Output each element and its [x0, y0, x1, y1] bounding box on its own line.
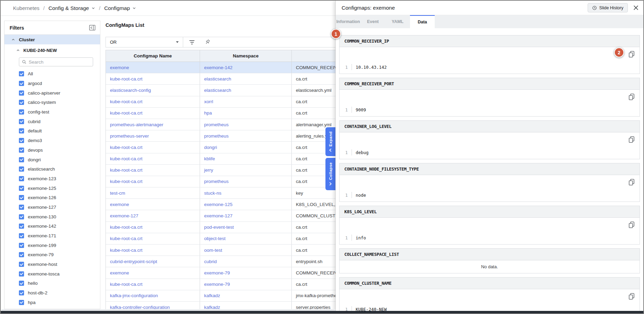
cell-configmap-name[interactable]: exemone-127 [106, 210, 200, 221]
namespace-filter-item[interactable]: exemone-199 [4, 240, 100, 250]
copy-icon[interactable] [628, 178, 635, 186]
namespace-filter-item[interactable]: hello [4, 279, 100, 288]
checkbox-checked-icon[interactable] [19, 233, 24, 238]
checkbox-checked-icon[interactable] [19, 300, 24, 305]
cell-configmap-name[interactable]: kube-root-ca.crt [106, 96, 200, 107]
cell-namespace[interactable]: jerry [200, 165, 291, 176]
cell-namespace[interactable]: stuck-ns [200, 187, 291, 198]
namespace-filter-item[interactable]: config-test [4, 107, 100, 117]
cell-namespace[interactable]: exemone-125 [200, 199, 291, 210]
cell-configmap-name[interactable]: exemone [106, 199, 200, 210]
cell-configmap-name[interactable]: kube-root-ca.crt [106, 233, 200, 244]
checkbox-checked-icon[interactable] [19, 243, 24, 248]
cell-configmap-name[interactable]: kube-root-ca.crt [106, 245, 200, 256]
checkbox-checked-icon[interactable] [19, 262, 24, 267]
namespace-filter-item[interactable]: calico-apiserver [4, 88, 100, 98]
namespace-filter-item[interactable]: devops [4, 145, 100, 155]
namespace-filter-item[interactable]: default [4, 126, 100, 136]
checkbox-checked-icon[interactable] [19, 138, 24, 143]
checkbox-checked-icon[interactable] [19, 166, 24, 172]
namespace-filter-item[interactable]: exemone-79 [4, 250, 100, 260]
checkbox-checked-icon[interactable] [19, 271, 24, 277]
namespace-filter-item[interactable]: calico-system [4, 98, 100, 107]
checkbox-checked-icon[interactable] [19, 157, 24, 162]
checkbox-checked-icon[interactable] [19, 81, 24, 86]
cell-configmap-name[interactable]: exemone [106, 267, 200, 278]
namespace-filter-item[interactable]: All [4, 69, 100, 79]
cell-configmap-name[interactable]: kafka-controller-configuration [106, 302, 200, 309]
checkbox-checked-icon[interactable] [19, 290, 24, 295]
namespace-filter-item[interactable]: demo3 [4, 136, 100, 145]
cell-namespace[interactable]: prometheus [200, 130, 291, 141]
cell-namespace[interactable]: object-test [200, 233, 291, 244]
cell-configmap-name[interactable]: cubrid-entrypoint-script [106, 256, 200, 267]
filter-group-cluster[interactable]: Cluster [4, 35, 100, 44]
namespace-filter-item[interactable]: exemone-171 [4, 231, 100, 241]
cell-configmap-name[interactable]: kube-root-ca.crt [106, 142, 200, 153]
checkbox-checked-icon[interactable] [19, 214, 24, 219]
namespace-filter-item[interactable]: exemone-host [4, 260, 100, 269]
namespace-filter-item[interactable]: exemone-125 [4, 183, 100, 193]
cell-configmap-name[interactable]: kube-root-ca.crt [106, 73, 200, 84]
namespace-filter-item[interactable]: dongri [4, 155, 100, 164]
cell-configmap-name[interactable]: kube-root-ca.crt [106, 222, 200, 233]
copy-icon[interactable] [628, 51, 635, 58]
cell-namespace[interactable]: pod-event-test [200, 222, 291, 233]
namespace-filter-item[interactable]: argocd [4, 79, 100, 88]
copy-icon[interactable] [628, 136, 635, 143]
copy-icon[interactable] [628, 293, 635, 300]
checkbox-checked-icon[interactable] [19, 281, 24, 286]
checkbox-checked-icon[interactable] [19, 176, 24, 181]
cell-namespace[interactable]: exemone-79 [200, 267, 291, 278]
namespace-filter-item[interactable]: elasticsearch [4, 164, 100, 174]
collapse-panel-icon[interactable] [89, 25, 96, 31]
cell-namespace[interactable]: prometheus [200, 176, 291, 187]
checkbox-checked-icon[interactable] [19, 195, 24, 200]
cell-namespace[interactable]: kblife [200, 153, 291, 164]
namespace-filter-item[interactable]: host-db-2 [4, 288, 100, 298]
cell-configmap-name[interactable]: kube-root-ca.crt [106, 165, 200, 176]
cell-configmap-name[interactable]: prometheus-alertmanager [106, 119, 200, 130]
cell-namespace[interactable]: elasticsearch [200, 85, 291, 96]
filter-icon[interactable] [189, 40, 195, 44]
namespace-filter-item[interactable]: exemone-126 [4, 193, 100, 203]
checkbox-checked-icon[interactable] [19, 128, 24, 133]
cell-namespace[interactable]: elasticsearch [200, 73, 291, 84]
cell-configmap-name[interactable]: kube-root-ca.crt [106, 176, 200, 187]
cell-namespace[interactable]: prometheus [200, 119, 291, 130]
cluster-node-kube-240-new[interactable]: KUBE-240-NEW [4, 45, 100, 55]
cell-configmap-name[interactable]: test-cm [106, 187, 200, 198]
cell-namespace[interactable]: exemone-79 [200, 279, 291, 290]
checkbox-checked-icon[interactable] [19, 148, 24, 153]
copy-icon[interactable] [628, 93, 635, 101]
copy-icon[interactable] [628, 221, 635, 229]
checkbox-checked-icon[interactable] [19, 205, 24, 210]
column-header-namespace[interactable]: Namespace [200, 50, 291, 62]
search-input[interactable] [29, 59, 90, 65]
namespace-filter-item[interactable]: exemone-130 [4, 212, 100, 221]
namespace-filter-item[interactable]: hpa [4, 298, 100, 307]
cell-namespace[interactable]: exemone-142 [200, 62, 291, 73]
operator-select[interactable]: OR [106, 37, 183, 47]
cell-namespace[interactable]: xorrl [200, 96, 291, 107]
slide-history-button[interactable]: Slide History [588, 3, 628, 12]
checkbox-checked-icon[interactable] [19, 224, 24, 229]
cell-configmap-name[interactable]: elasticsearch-config [106, 85, 200, 96]
checkbox-checked-icon[interactable] [19, 186, 24, 191]
cell-namespace[interactable]: kafkadz [200, 302, 291, 309]
cell-configmap-name[interactable]: kube-root-ca.crt [106, 108, 200, 119]
cell-configmap-name[interactable]: prometheus-server [106, 130, 200, 141]
cell-configmap-name[interactable]: kube-root-ca.crt [106, 153, 200, 164]
breadcrumb-app[interactable]: Kubernetes [13, 5, 40, 11]
cell-configmap-name[interactable]: kube-root-ca.crt [106, 279, 200, 290]
breadcrumb-page[interactable]: Configmap [104, 5, 136, 11]
namespace-filter-item[interactable]: exemone-tosca [4, 269, 100, 279]
namespace-filter-item[interactable]: exemone-142 [4, 221, 100, 231]
namespace-filter-item[interactable]: exemone-127 [4, 203, 100, 212]
checkbox-checked-icon[interactable] [19, 90, 24, 96]
checkbox-checked-icon[interactable] [19, 71, 24, 76]
pin-icon[interactable] [204, 39, 211, 45]
close-panel-button[interactable] [632, 4, 639, 11]
column-header-configmap-name[interactable]: Configmap Name [106, 50, 200, 62]
cell-namespace[interactable]: kafkadz [200, 290, 291, 301]
